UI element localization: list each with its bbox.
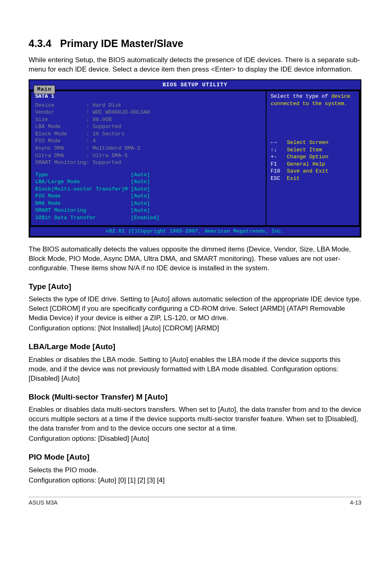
detected-row: Vendor : WDC WD800JD-00LSA0 <box>35 109 262 116</box>
bios-left-pane: SATA 1 Device : Hard DiskVendor : WDC WD… <box>30 90 266 226</box>
section-title: Primary IDE Master/Slave <box>60 38 184 49</box>
setting-row[interactable]: DMA Mode [Auto] <box>35 200 262 207</box>
block-config: Configuration options: [Disabled] [Auto] <box>29 434 361 444</box>
detected-row: PIO Mode : 4 <box>35 137 262 145</box>
section-number: 4.3.4 <box>29 37 57 51</box>
bios-title-text: BIOS SETUP UTILITY <box>163 82 227 88</box>
bios-panel: BIOS SETUP UTILITY Main SATA 1 Device : … <box>29 79 361 238</box>
footer-rule <box>29 497 361 497</box>
section-heading: 4.3.4 Primary IDE Master/Slave <box>29 37 361 51</box>
setting-row[interactable]: Block(Multi-sector Transfer)M [Auto] <box>35 186 262 193</box>
setting-row[interactable]: PIO Mode [Auto] <box>35 193 262 200</box>
detected-row: LBA Mode : Supported <box>35 123 262 130</box>
setting-row[interactable]: 32Bit Data Transfer [Enabled] <box>35 214 262 222</box>
bios-copyright: v02.61 (C)Copyright 1985-2007, American … <box>29 227 361 237</box>
detected-row: Ultra DMA : Ultra DMA-5 <box>35 152 262 159</box>
type-paragraph: Selects the type of IDE drive. Setting t… <box>29 295 361 323</box>
legend-row: ↑↓ Select Item <box>271 146 355 154</box>
page-footer: ASUS M3A 4-13 <box>29 499 361 507</box>
detected-row: Async DMA : MultiWord DMA-2 <box>35 145 262 152</box>
intro-paragraph: While entering Setup, the BIOS automatic… <box>29 56 361 74</box>
lba-paragraph: Enables or disables the LBA mode. Settin… <box>29 355 361 384</box>
setting-row[interactable]: SMART Monitoring [Auto] <box>35 207 262 214</box>
type-config: Configuration options: [Not Installed] [… <box>29 324 361 333</box>
lba-heading: LBA/Large Mode [Auto] <box>29 341 361 352</box>
pio-line1: Selects the PIO mode. <box>29 466 361 475</box>
legend-row: F10 Save and Exit <box>271 168 355 175</box>
pio-heading: PIO Mode [Auto] <box>29 452 361 462</box>
setting-row[interactable]: LBA/Large Mode [Auto] <box>35 178 262 186</box>
detected-row: Size : 80.0GB <box>35 116 262 123</box>
footer-left: ASUS M3A <box>29 499 58 507</box>
detected-row: Block Mode : 16 Sectors <box>35 130 262 138</box>
after-bios-paragraph: The BIOS automatically detects the value… <box>29 245 361 273</box>
setting-row[interactable]: Type [Auto] <box>35 171 262 179</box>
legend-row: ESC Exit <box>271 175 355 182</box>
detected-row: SMART Monitoring: Supported <box>35 159 262 166</box>
bios-help-text: Select the type of device connected to t… <box>271 93 355 107</box>
bios-right-pane: Select the type of device connected to t… <box>266 90 360 226</box>
legend-row: +- Change Option <box>271 153 355 161</box>
footer-right: 4-13 <box>350 499 361 507</box>
legend-row: ←→ Select Screen <box>271 139 355 146</box>
bios-active-tab[interactable]: Main <box>34 85 55 94</box>
sata-header: SATA 1 <box>35 93 262 100</box>
bios-legend: ←→ Select Screen↑↓ Select Item+- Change … <box>271 139 355 182</box>
detected-row: Device : Hard Disk <box>35 102 262 109</box>
block-paragraph: Enables or disables data multi-sectors t… <box>29 405 361 433</box>
bios-title-bar: BIOS SETUP UTILITY Main <box>29 80 361 90</box>
pio-config: Configuration options: [Auto] [0] [1] [2… <box>29 476 361 485</box>
type-heading: Type [Auto] <box>29 281 361 292</box>
legend-row: F1 General Help <box>271 161 355 168</box>
block-heading: Block (Multi-sector Transfer) M [Auto] <box>29 392 361 402</box>
